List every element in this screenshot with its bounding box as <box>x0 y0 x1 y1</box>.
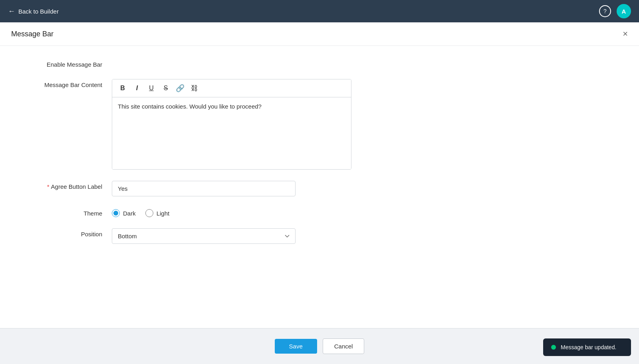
required-asterisk: * <box>47 183 50 190</box>
position-row: Position Bottom Top <box>24 228 615 244</box>
toast-icon <box>551 345 556 350</box>
agree-control <box>112 181 351 196</box>
underline-button[interactable]: U <box>145 82 158 95</box>
cancel-button[interactable]: Cancel <box>323 338 365 354</box>
help-icon[interactable]: ? <box>599 5 611 17</box>
top-nav: ← Back to Builder ? A <box>0 0 639 22</box>
footer-bar: Save Cancel Message bar updated. <box>0 328 639 364</box>
save-button[interactable]: Save <box>275 339 317 354</box>
panel-header: Message Bar × <box>0 22 639 46</box>
rich-text-editor: B I U S 🔗 ⛓ This site contains cookies. … <box>112 79 351 170</box>
theme-dark-radio[interactable] <box>112 209 120 217</box>
enable-row: Enable Message Bar <box>24 59 615 68</box>
back-to-builder-button[interactable]: ← Back to Builder <box>8 7 59 16</box>
agree-label: *Agree Button Label <box>24 181 112 190</box>
position-select[interactable]: Bottom Top <box>112 228 296 244</box>
strikethrough-button[interactable]: S <box>159 82 172 95</box>
theme-light-label: Light <box>157 210 170 217</box>
theme-control: Dark Light <box>112 208 351 217</box>
unlink-button[interactable]: ⛓ <box>188 82 201 95</box>
back-to-builder-label: Back to Builder <box>18 8 59 15</box>
editor-content[interactable]: This site contains cookies. Would you li… <box>112 97 351 169</box>
position-label: Position <box>24 228 112 237</box>
theme-radio-group: Dark Light <box>112 208 351 217</box>
main-panel: Message Bar × Enable Message Bar Message… <box>0 22 639 328</box>
agree-row: *Agree Button Label <box>24 181 615 196</box>
theme-dark-label: Dark <box>123 210 136 217</box>
enable-label: Enable Message Bar <box>24 59 112 68</box>
nav-right: ? A <box>599 4 631 18</box>
theme-light-radio[interactable] <box>145 209 153 217</box>
content-row: Message Bar Content B I U S 🔗 ⛓ This sit… <box>24 79 615 170</box>
italic-button[interactable]: I <box>131 82 143 95</box>
theme-label: Theme <box>24 208 112 217</box>
position-control: Bottom Top <box>112 228 351 244</box>
close-button[interactable]: × <box>623 30 628 38</box>
theme-dark-option[interactable]: Dark <box>112 209 136 217</box>
form-body: Enable Message Bar Message Bar Content B… <box>0 46 639 268</box>
back-arrow-icon: ← <box>8 7 15 16</box>
avatar[interactable]: A <box>617 4 631 18</box>
agree-input[interactable] <box>112 181 296 196</box>
link-button[interactable]: 🔗 <box>174 82 187 95</box>
content-label: Message Bar Content <box>24 79 112 88</box>
editor-toolbar: B I U S 🔗 ⛓ <box>112 79 351 97</box>
theme-light-option[interactable]: Light <box>145 209 170 217</box>
toast-notification: Message bar updated. <box>543 338 631 356</box>
toast-message: Message bar updated. <box>561 344 616 350</box>
theme-row: Theme Dark Light <box>24 208 615 217</box>
panel-title: Message Bar <box>11 30 54 38</box>
content-control: B I U S 🔗 ⛓ This site contains cookies. … <box>112 79 351 170</box>
bold-button[interactable]: B <box>116 82 129 95</box>
